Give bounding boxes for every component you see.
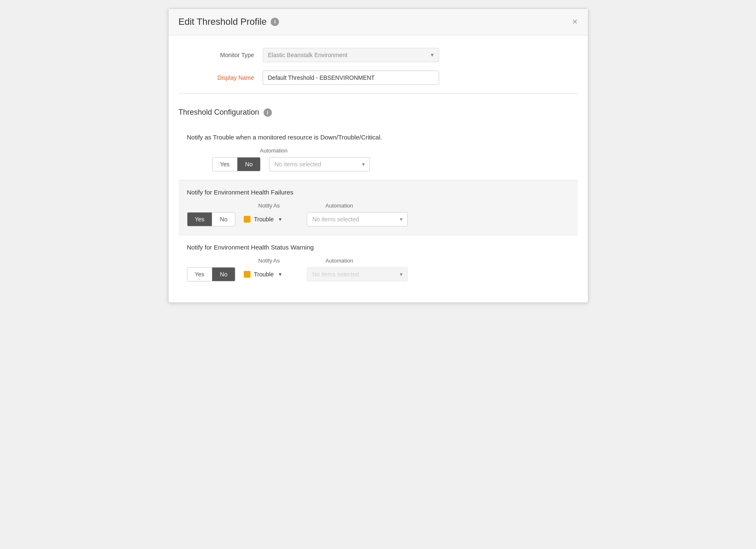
env-failures-trouble-label: Trouble <box>254 216 274 223</box>
warning-automation-select[interactable]: No items selected <box>307 267 408 281</box>
top-config-section: Notify as Trouble when a monitored resou… <box>179 125 578 180</box>
display-name-row: Display Name <box>179 71 578 85</box>
top-automation-label: Automation <box>187 147 569 154</box>
env-health-failures-title: Notify for Environment Health Failures <box>187 189 569 196</box>
env-health-failures-col-headers: Notify As Automation <box>187 202 569 209</box>
warning-automation-col-header: Automation <box>326 257 435 264</box>
warning-notify-as[interactable]: Trouble ▼ <box>244 271 303 278</box>
monitor-type-select[interactable]: Elastic Beanstalk Environment <box>263 48 439 62</box>
top-config-row: Yes No No items selected ▼ <box>187 157 569 171</box>
env-failures-automation-select[interactable]: No items selected <box>307 212 408 226</box>
top-automation-select[interactable]: No items selected <box>269 157 370 171</box>
modal-title-row: Edit Threshold Profile i <box>179 16 279 27</box>
section-info-icon[interactable]: i <box>263 108 272 117</box>
env-health-failures-row: Yes No Trouble ▼ No items selected ▼ <box>187 212 569 226</box>
warning-trouble-label: Trouble <box>254 271 274 278</box>
section-divider <box>179 93 578 94</box>
modal-header: Edit Threshold Profile i × <box>169 9 588 35</box>
notify-as-col-header: Notify As <box>258 202 326 209</box>
env-failures-yes-no-group: Yes No <box>187 212 236 226</box>
display-name-label: Display Name <box>179 74 263 81</box>
edit-threshold-modal: Edit Threshold Profile i × Monitor Type … <box>168 8 588 303</box>
monitor-type-wrapper: Elastic Beanstalk Environment ▼ <box>263 48 439 62</box>
warning-notify-as-col-header: Notify As <box>258 257 326 264</box>
display-name-input[interactable] <box>263 71 439 85</box>
warning-automation-dropdown: No items selected ▼ <box>307 267 408 281</box>
env-failures-no-button[interactable]: No <box>212 213 235 226</box>
env-failures-yes-button[interactable]: Yes <box>187 213 213 226</box>
env-health-warning-col-headers: Notify As Automation <box>187 257 569 264</box>
env-health-failures-section: Notify for Environment Health Failures N… <box>179 180 578 235</box>
threshold-config-block: Threshold Configuration i Notify as Trou… <box>179 93 578 290</box>
env-health-warning-title: Notify for Environment Health Status War… <box>187 244 569 251</box>
top-yes-no-group: Yes No <box>212 157 261 171</box>
env-failures-automation-dropdown: No items selected ▼ <box>307 212 408 226</box>
warning-trouble-arrow-icon: ▼ <box>278 272 282 277</box>
warning-yes-no-group: Yes No <box>187 267 236 281</box>
automation-col-header: Automation <box>326 202 435 209</box>
env-failures-notify-as[interactable]: Trouble ▼ <box>244 216 303 223</box>
monitor-type-select-wrapper: Elastic Beanstalk Environment ▼ <box>263 48 439 62</box>
modal-title: Edit Threshold Profile <box>179 16 267 27</box>
close-button[interactable]: × <box>572 17 578 26</box>
modal-body: Monitor Type Elastic Beanstalk Environme… <box>169 35 588 302</box>
section-title: Threshold Configuration <box>179 108 259 117</box>
top-notice-text: Notify as Trouble when a monitored resou… <box>187 134 569 141</box>
monitor-type-label: Monitor Type <box>179 52 263 58</box>
monitor-type-row: Monitor Type Elastic Beanstalk Environme… <box>179 48 578 62</box>
display-name-wrapper <box>263 71 439 85</box>
warning-no-button[interactable]: No <box>212 268 235 281</box>
env-failures-trouble-arrow-icon: ▼ <box>278 217 282 222</box>
top-automation-dropdown: No items selected ▼ <box>269 157 370 171</box>
env-health-warning-section: Notify for Environment Health Status War… <box>179 235 578 290</box>
env-health-warning-row: Yes No Trouble ▼ No items selected ▼ <box>187 267 569 281</box>
warning-yes-button[interactable]: Yes <box>187 268 213 281</box>
warning-trouble-color <box>244 271 250 278</box>
section-header: Threshold Configuration i <box>179 104 578 117</box>
top-yes-button[interactable]: Yes <box>213 158 238 171</box>
env-failures-trouble-color <box>244 216 250 223</box>
top-no-button[interactable]: No <box>237 158 260 171</box>
title-info-icon[interactable]: i <box>271 18 279 26</box>
